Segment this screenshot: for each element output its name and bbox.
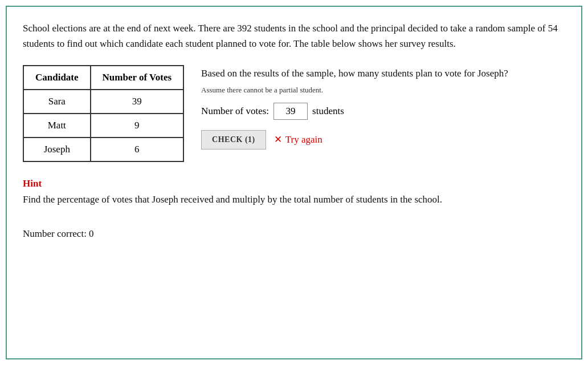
votes-input[interactable] xyxy=(273,103,308,120)
try-again-label[interactable]: Try again xyxy=(285,134,322,145)
candidate-cell: Joseph xyxy=(23,138,91,161)
votes-cell: 9 xyxy=(91,114,184,138)
intro-text: School elections are at the end of next … xyxy=(23,21,565,51)
col-votes-header: Number of Votes xyxy=(91,66,184,90)
question-section: Based on the results of the sample, how … xyxy=(201,65,565,149)
hint-text: Find the percentage of votes that Joseph… xyxy=(23,192,565,207)
hint-section: Hint Find the percentage of votes that J… xyxy=(23,178,565,207)
hint-label: Hint xyxy=(23,178,565,189)
col-candidate-header: Candidate xyxy=(23,66,91,90)
input-suffix: students xyxy=(312,106,344,117)
check-button[interactable]: CHECK (1) xyxy=(201,130,266,149)
votes-cell: 39 xyxy=(91,90,184,114)
candidate-cell: Sara xyxy=(23,90,91,114)
input-label: Number of votes: xyxy=(201,106,269,117)
question-text: Based on the results of the sample, how … xyxy=(201,66,565,81)
check-row: CHECK (1) ✕ Try again xyxy=(201,130,565,149)
number-correct: Number correct: 0 xyxy=(23,228,565,240)
votes-table: Candidate Number of Votes Sara39Matt9Jos… xyxy=(23,65,184,162)
table-section: Candidate Number of Votes Sara39Matt9Jos… xyxy=(23,65,184,162)
try-again-container: ✕ Try again xyxy=(274,134,322,145)
content-area: Candidate Number of Votes Sara39Matt9Jos… xyxy=(23,65,565,162)
candidate-cell: Matt xyxy=(23,114,91,138)
table-row: Matt9 xyxy=(23,114,183,138)
x-mark-icon: ✕ xyxy=(274,134,282,145)
input-row: Number of votes: students xyxy=(201,103,565,120)
table-row: Sara39 xyxy=(23,90,183,114)
main-container: School elections are at the end of next … xyxy=(6,6,582,359)
table-row: Joseph6 xyxy=(23,138,183,161)
votes-cell: 6 xyxy=(91,138,184,161)
assumption-text: Assume there cannot be a partial student… xyxy=(201,86,565,95)
